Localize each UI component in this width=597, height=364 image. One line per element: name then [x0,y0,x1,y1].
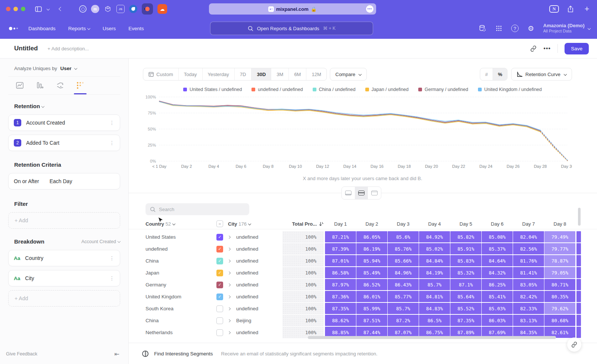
retention-cell-day-3[interactable]: 85.7% [388,303,419,314]
retention-cell-day-6[interactable]: 85.41% [482,291,513,302]
retention-cell-day-7[interactable]: 83.13% [513,315,544,326]
tab-chevron-icon[interactable] [43,4,53,14]
retention-cell-day-6[interactable]: 86.03% [482,315,513,326]
breakdown-scope-selector[interactable]: Account Created [81,239,120,244]
column-header-day-1[interactable]: Day 1 [325,219,356,229]
range-custom[interactable]: Custom [143,68,179,80]
row-checkbox[interactable]: ✓ [216,243,224,255]
retention-cell-day-7[interactable]: 81.41% [513,267,544,278]
breakdown-item-country[interactable]: AaCountry⋮ [8,250,120,266]
add-filter-button[interactable]: + Add [8,212,120,229]
retention-cell-day-5[interactable]: 85.52% [450,303,481,314]
retention-cell-day-3[interactable]: 85.6% [388,231,419,242]
cube-extension-icon[interactable] [104,5,112,13]
add-description[interactable]: + Add description... [47,46,89,51]
retention-cell-day-7[interactable]: 82.56% [513,243,544,254]
notion-icon[interactable]: N [549,5,559,13]
range-3m[interactable]: 3M [271,68,289,80]
column-header-day-2[interactable]: Day 2 [356,219,387,229]
retention-cell-day-8[interactable]: 80.68% [544,315,575,326]
checked-checkbox[interactable]: ✓ [216,294,223,300]
patreon-extension-icon[interactable] [142,3,153,15]
retention-cell-day-4[interactable]: 84.81% [419,291,450,302]
traffic-light-zoom[interactable] [21,7,25,11]
compare-button[interactable]: Compare [330,68,367,81]
legend-item[interactable]: Japan / undefined [365,87,409,92]
retention-cell-day-5[interactable]: 85.64% [450,291,481,302]
column-header-total[interactable]: Total Pro... [282,219,324,229]
retention-cell-day-7[interactable]: 82.42% [513,291,544,302]
column-header-day-4[interactable]: Day 4 [419,219,450,229]
checked-checkbox[interactable]: ✓ [216,282,223,288]
row-checkbox[interactable] [216,315,224,326]
retention-cell-day-4[interactable]: 86.5% [419,315,450,326]
retention-criteria-card[interactable]: On or After Each Day [8,173,120,189]
row-checkbox[interactable]: ✓ [216,231,224,243]
traffic-light-minimize[interactable] [13,7,18,11]
retention-cell-day-6[interactable]: 84.64% [482,255,513,266]
retention-cell-day-2[interactable]: 86.01% [356,291,387,302]
retention-cell-day-8[interactable]: 78.87% [544,255,575,266]
retention-step-1[interactable]: 1Account Created⋮ [8,114,120,131]
unit-percent[interactable]: % [493,68,507,80]
retention-section-label[interactable]: Retention [14,103,120,109]
tab-insights[interactable] [13,81,26,94]
data-management-icon[interactable] [478,24,487,32]
mixpanel-logo[interactable] [9,27,18,30]
unit-count[interactable]: # [480,68,493,80]
kebab-menu-icon[interactable]: ⋮ [109,140,115,146]
retention-cell-day-1[interactable]: 87.36% [325,291,356,302]
sidebar-toggle-icon[interactable] [34,4,43,14]
row-checkbox[interactable]: ✓ [216,291,224,302]
row-expand-chevron[interactable] [228,327,233,338]
legend-item[interactable]: United Kingdom / undefined [478,87,542,92]
settings-gear-icon[interactable]: ⚙ [527,24,535,32]
unchecked-checkbox[interactable] [216,305,223,312]
breakdown-property-label[interactable]: City [25,275,34,281]
chart-only-view-icon[interactable] [342,187,355,199]
row-checkbox[interactable] [216,303,224,314]
retention-cell-day-3[interactable]: 85.76% [388,243,419,254]
unchecked-checkbox[interactable] [216,317,223,324]
checked-checkbox[interactable]: ✓ [216,234,223,241]
column-header-day-5[interactable]: Day 5 [450,219,481,229]
retention-cell-day-4[interactable]: 84.83% [419,303,450,314]
retention-cell-day-4[interactable]: 84.92% [419,231,450,242]
row-checkbox[interactable]: ✓ [216,255,224,267]
row-checkbox[interactable]: ✓ [216,279,224,291]
legend-item[interactable]: China / undefined [313,87,356,92]
retention-cell-day-4[interactable]: 85.02% [419,243,450,254]
retention-cell-day-4[interactable]: 84.84% [419,255,450,266]
retention-curve-chart[interactable]: 0%25%50%75%100%< 1 DayDay 2Day 4Day 6Day… [143,94,572,173]
range-30d[interactable]: 30D [251,68,271,80]
row-checkbox[interactable]: ✓ [216,267,224,279]
more-options-icon[interactable]: ••• [543,45,551,52]
kebab-menu-icon[interactable]: ⋮ [109,120,115,126]
retention-cell-day-8[interactable]: 79.62% [544,303,575,314]
retention-cell-day-3[interactable]: 87.2% [388,315,419,326]
step-event-label[interactable]: Account Created [26,120,65,126]
retention-cell-day-2[interactable]: 85.94% [356,255,387,266]
bird-extension-icon[interactable] [129,5,137,13]
table-only-view-icon[interactable] [368,187,381,199]
criteria-each-day[interactable]: Each Day [50,178,72,184]
step-event-label[interactable]: Added To Cart [26,140,59,146]
retention-cell-day-8[interactable]: 79.77% [544,243,575,254]
row-expand-chevron[interactable] [228,267,233,279]
help-icon[interactable]: ? [511,25,519,32]
row-expand-chevron[interactable] [228,231,233,243]
split-view-icon[interactable] [355,187,368,199]
retention-cell-day-1[interactable]: 86.58% [325,267,356,278]
kebab-menu-icon[interactable]: ⋮ [109,255,115,261]
criteria-on-or-after[interactable]: On or After [14,178,39,184]
share-icon[interactable] [566,4,575,14]
row-expand-chevron[interactable] [228,279,233,291]
apps-grid-icon[interactable] [495,24,503,32]
retention-cell-day-3[interactable]: 85.77% [388,291,419,302]
soundcloud-extension-icon[interactable]: ☁ [157,4,167,14]
copy-link-icon[interactable] [530,46,537,52]
nav-item-dashboards[interactable]: Dashboards [28,26,56,31]
retention-cell-day-8[interactable]: 79.05% [544,267,575,278]
retention-cell-day-8[interactable]: 80.35% [544,291,575,302]
table-search[interactable]: Search [146,203,249,215]
